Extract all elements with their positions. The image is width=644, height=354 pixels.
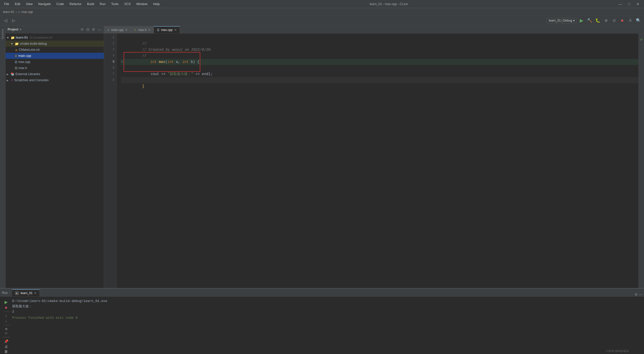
close-panel-icon[interactable]: —: [97, 27, 102, 32]
tab-main-cpp-label: main.cpp: [111, 28, 124, 32]
filter-button[interactable]: ⊟: [3, 327, 9, 331]
line-num-8: 8: [104, 77, 114, 83]
menu-help[interactable]: Help: [152, 2, 161, 6]
tree-max-h[interactable]: ▶ h max.h: [6, 65, 104, 71]
menu-tools[interactable]: Tools: [110, 2, 120, 6]
coverage-button[interactable]: ⊕: [602, 17, 609, 24]
run-panel-content: ▶ ■ ↑ ↓ ⊟ ↵ 📌 🖨 🗑 D:\Ccode\learn-01\cmak…: [0, 297, 644, 354]
run-tab-close[interactable]: ✕: [34, 291, 37, 295]
menu-window[interactable]: Window: [135, 2, 148, 6]
menu-view[interactable]: View: [25, 2, 34, 6]
debug-button[interactable]: 🐛: [594, 17, 601, 24]
window-controls[interactable]: — □ ✕: [617, 2, 641, 7]
int3-keyword: int: [182, 60, 191, 64]
stop-button[interactable]: ■: [619, 17, 626, 24]
settings-icon[interactable]: ⚙: [91, 27, 96, 32]
paren-close: ) {: [193, 60, 199, 64]
folder-icon: 📁: [11, 36, 15, 40]
int2-keyword: int: [167, 60, 176, 64]
menu-run[interactable]: Run: [99, 2, 107, 6]
scratches-icon: ✦: [11, 78, 13, 82]
run-output-2: 2: [12, 309, 641, 315]
breadcrumb-separator: ›: [16, 10, 17, 14]
settings-btn[interactable]: ⚙: [635, 293, 638, 296]
navigate-forward-button[interactable]: ▷: [10, 17, 17, 24]
menu-edit[interactable]: Edit: [14, 2, 21, 6]
tab-main-cpp-close[interactable]: ✕: [125, 28, 128, 32]
cpp-file-icon: c: [15, 54, 17, 57]
sync-icon[interactable]: ⟳: [80, 27, 84, 32]
menu-vcs[interactable]: VCS: [123, 2, 132, 6]
tree-main-cpp[interactable]: ▶ c main.cpp: [6, 53, 104, 59]
run-button[interactable]: ▶: [578, 17, 585, 24]
close-button[interactable]: ✕: [635, 2, 641, 7]
tree-root[interactable]: ▼ 📁 learn-01 D:\Ccode\learn-01: [6, 35, 104, 41]
code-line-1: //: [121, 35, 638, 41]
profile-button[interactable]: ⊘: [610, 17, 618, 24]
triangle-icon: ▼: [11, 42, 14, 45]
tree-max-cpp[interactable]: ▶ c max.cpp: [6, 59, 104, 65]
main-menu[interactable]: File Edit View Navigate Code Refactor Bu…: [3, 2, 161, 6]
line-num-1: 1: [104, 35, 114, 41]
sidebar-tab-structure[interactable]: Structure: [1, 27, 5, 41]
tree-cmake-build[interactable]: ▼ 📁 cmake-build-debug: [6, 41, 104, 47]
project-dropdown-icon[interactable]: ▾: [20, 28, 21, 31]
wrap-button[interactable]: ↵: [3, 332, 9, 335]
build-button[interactable]: 🔨: [586, 17, 593, 24]
tab-max-cpp[interactable]: c max.cpp ✕: [154, 26, 180, 33]
navigate-back-button[interactable]: ◁: [2, 17, 9, 24]
bottom-tab-icons[interactable]: ⚙ —: [633, 293, 644, 296]
tab-max-h-close[interactable]: ✕: [148, 28, 151, 32]
stop-run-button[interactable]: ■: [3, 306, 9, 310]
run-tab[interactable]: ▶ learn_01 ✕: [12, 289, 40, 296]
minimize-panel-btn[interactable]: —: [639, 293, 642, 296]
trash-button[interactable]: 🗑: [3, 349, 9, 353]
tab-max-h[interactable]: h max.h ✕: [131, 26, 154, 33]
pin-button[interactable]: 📌: [3, 339, 9, 343]
comma: ,: [178, 60, 182, 64]
breadcrumb: learn-01 › c max.cpp: [0, 8, 644, 16]
toolbar-right: learn_01 | Debug ▾ ▶ 🔨 🐛 ⊕ ⊘ ■ A 🔍: [547, 17, 642, 24]
menu-navigate[interactable]: Navigate: [37, 2, 52, 6]
breadcrumb-project[interactable]: learn-01: [3, 10, 14, 14]
search-button[interactable]: 🔍: [635, 17, 642, 24]
tree-external-libs[interactable]: ▶ 📚 External Libraries: [6, 71, 104, 77]
menu-bar: File Edit View Navigate Code Refactor Bu…: [3, 2, 161, 6]
run-controls: ▶ ■ ↑ ↓ ⊟ ↵ 📌 🖨 🗑: [3, 299, 10, 352]
tab-max-h-label: max.h: [138, 28, 147, 32]
tree-cmake-build-label: cmake-build-debug: [20, 42, 47, 45]
collapse-icon[interactable]: ⊟: [86, 27, 90, 32]
menu-code[interactable]: Code: [55, 2, 65, 6]
run-tab-label: learn_01: [21, 291, 32, 295]
tab-max-cpp-icon: c: [157, 28, 159, 31]
tree-scratches[interactable]: ▶ ✦ Scratches and Consoles: [6, 77, 104, 83]
menu-file[interactable]: File: [3, 2, 10, 6]
print-button[interactable]: 🖨: [3, 344, 9, 348]
scroll-up-button[interactable]: ↑: [3, 314, 9, 318]
line-num-3: 3: [104, 47, 114, 53]
code-line-8: }: [121, 77, 638, 83]
menu-refactor[interactable]: Refactor: [69, 2, 82, 6]
menu-build[interactable]: Build: [86, 2, 95, 6]
triangle-icon: ▶: [7, 79, 10, 82]
h-file-icon: h: [15, 66, 18, 70]
window-title: learn_01 - max.cpp - CLion: [370, 2, 408, 6]
run-output-3: Process finished with exit code 0: [12, 315, 641, 321]
scroll-down-button[interactable]: ↓: [3, 319, 9, 323]
breadcrumb-file[interactable]: max.cpp: [21, 10, 33, 14]
run-config-label: learn_01 | Debug: [549, 19, 572, 22]
triangle-icon: ▶: [7, 73, 10, 76]
bottom-panel: Run: ▶ learn_01 ✕ ⚙ — ▶ ■ ↑ ↓ ⊟ ↵ 📌 🖨 �: [0, 288, 644, 354]
minimize-button[interactable]: —: [617, 2, 624, 7]
tab-main-cpp[interactable]: c main.cpp ✕: [104, 26, 131, 33]
run-again-button[interactable]: ▶: [3, 300, 9, 305]
run-config-selector[interactable]: learn_01 | Debug ▾: [547, 18, 577, 23]
cpp-file-icon: c: [15, 60, 17, 63]
translate-button[interactable]: A: [627, 17, 634, 24]
watermark: CSDN @码农花花: [606, 349, 629, 353]
project-panel-icons[interactable]: ⟳ ⊟ ⚙ —: [80, 27, 102, 32]
maximize-button[interactable]: □: [627, 2, 632, 7]
tree-root-name: learn-01: [16, 36, 28, 39]
tab-max-cpp-close[interactable]: ✕: [174, 28, 177, 32]
tree-cmakelists[interactable]: ▶ ▲ CMakeLists.txt: [6, 47, 104, 53]
